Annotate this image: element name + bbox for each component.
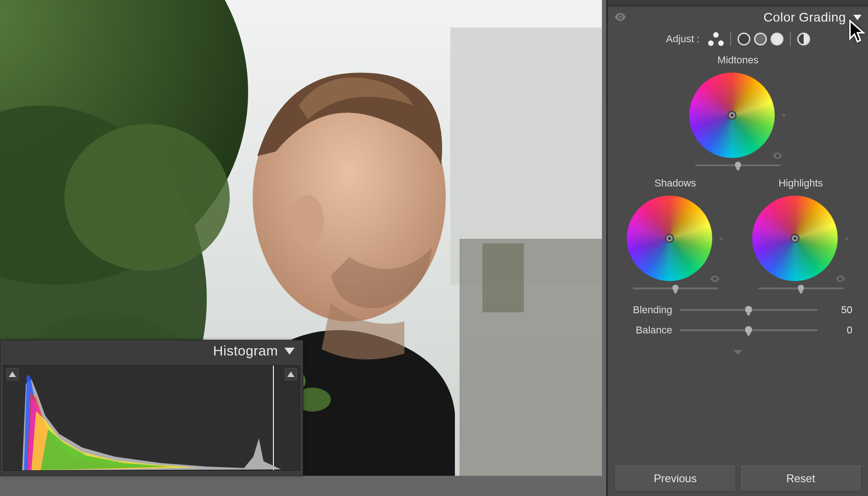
panel-topbar: [608, 0, 868, 6]
midtones-luminance-slider[interactable]: [695, 164, 781, 166]
panel-disclosure-icon[interactable]: [853, 15, 862, 20]
shadows-section: Shadows: [620, 177, 731, 289]
midtones-color-wheel[interactable]: [689, 73, 775, 158]
adjust-shadows-icon[interactable]: [738, 33, 750, 45]
midtones-wheel-handle[interactable]: [727, 111, 737, 120]
blending-slider-row: Blending 50: [624, 304, 852, 316]
blending-value[interactable]: 50: [825, 304, 852, 316]
previous-button[interactable]: Previous: [614, 466, 736, 491]
highlights-wheel-handle[interactable]: [790, 234, 800, 243]
balance-thumb[interactable]: [744, 326, 753, 334]
midtones-label: Midtones: [717, 54, 758, 66]
highlights-luminance-thumb[interactable]: [797, 284, 805, 292]
shadows-highlights-row: Shadows Highlights: [608, 173, 868, 293]
shadows-color-wheel[interactable]: [627, 196, 712, 281]
shadows-saturation-handle[interactable]: [719, 236, 724, 241]
blending-thumb[interactable]: [744, 305, 753, 314]
balance-value[interactable]: 0: [825, 324, 852, 336]
shadows-luminance-slider[interactable]: [633, 287, 718, 289]
balance-slider[interactable]: [680, 329, 817, 331]
right-panel: Color Grading Adjust : Midtones: [606, 0, 868, 496]
panel-visibility-toggle-icon[interactable]: [614, 13, 626, 22]
shadows-eye-icon[interactable]: [710, 276, 720, 284]
histogram-panel: Histogram: [0, 340, 303, 476]
blending-label: Blending: [624, 304, 672, 316]
svg-point-6: [64, 124, 230, 271]
histogram-title: Histogram: [213, 343, 278, 359]
panel-footer: Previous Reset: [608, 466, 868, 491]
midtones-luminance-thumb[interactable]: [734, 161, 742, 169]
panel-title: Color Grading: [631, 10, 846, 25]
highlights-luminance-slider[interactable]: [758, 287, 844, 289]
app-root: Histogram: [0, 0, 868, 496]
balance-label: Balance: [624, 324, 672, 336]
color-grading-header[interactable]: Color Grading: [608, 6, 868, 29]
adjust-midtones-icon[interactable]: [754, 33, 767, 45]
reset-button[interactable]: Reset: [740, 466, 862, 491]
midtones-eye-icon[interactable]: [772, 152, 783, 161]
previous-button-label: Previous: [654, 472, 697, 485]
svg-point-12: [619, 16, 621, 18]
highlights-saturation-handle[interactable]: [844, 236, 850, 241]
reset-button-label: Reset: [786, 472, 815, 485]
shadows-label: Shadows: [654, 177, 696, 189]
panel-expand-caret[interactable]: [608, 348, 868, 359]
histogram-chart[interactable]: [3, 365, 300, 471]
highlights-eye-icon[interactable]: [835, 276, 845, 284]
balance-slider-row: Balance 0: [624, 324, 852, 336]
adjust-highlights-icon[interactable]: [771, 33, 783, 45]
adjust-label: Adjust :: [666, 33, 699, 45]
shadows-luminance-thumb[interactable]: [672, 284, 679, 292]
shadows-wheel-handle[interactable]: [665, 234, 674, 243]
adjust-three-way-icon[interactable]: [708, 32, 724, 46]
blending-slider[interactable]: [680, 309, 817, 311]
svg-point-9: [291, 195, 324, 246]
blend-balance-block: Blending 50 Balance 0: [608, 293, 868, 348]
svg-rect-3: [482, 243, 524, 312]
adjust-global-icon[interactable]: [797, 33, 810, 45]
midtones-saturation-handle[interactable]: [781, 113, 787, 118]
adjust-mode-row: Adjust :: [608, 29, 868, 54]
adjust-separator: [790, 32, 791, 46]
highlights-color-wheel[interactable]: [752, 196, 838, 281]
adjust-separator: [730, 32, 731, 46]
histogram-header[interactable]: Histogram: [0, 340, 303, 361]
midtones-section: Midtones: [608, 54, 868, 166]
histogram-disclosure-icon[interactable]: [284, 348, 295, 355]
adjust-mode-icons: [708, 32, 810, 46]
highlights-label: Highlights: [778, 177, 823, 189]
image-preview-area: Histogram: [0, 0, 606, 496]
svg-rect-2: [460, 239, 602, 476]
highlights-section: Highlights: [746, 177, 856, 289]
